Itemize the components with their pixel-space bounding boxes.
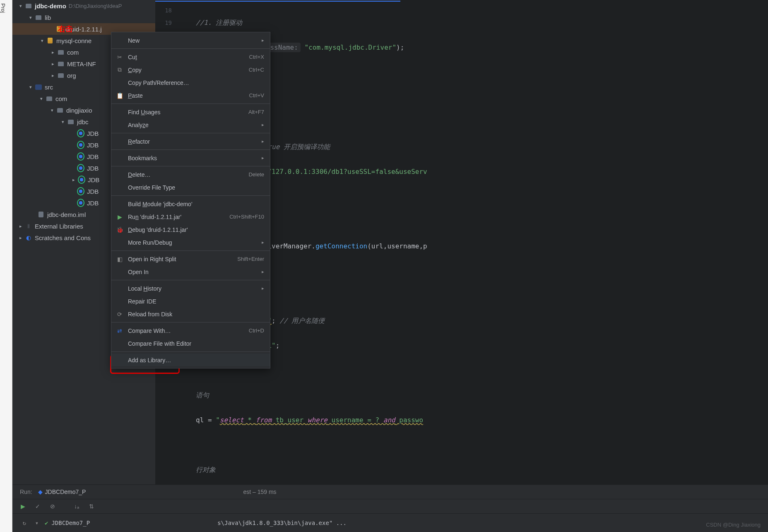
chevron-down-icon[interactable]: ▾ bbox=[49, 107, 55, 113]
library-icon bbox=[25, 222, 32, 230]
menu-cut[interactable]: ✂CutCtrl+X bbox=[111, 51, 270, 63]
chevron-down-icon[interactable]: ▾ bbox=[27, 14, 34, 21]
chevron-right-icon[interactable]: ▸ bbox=[50, 60, 56, 67]
tree-label: Scratches and Cons bbox=[35, 234, 91, 241]
chevron-right-icon: ▸ bbox=[262, 38, 264, 43]
chevron-down-icon[interactable]: ▾ bbox=[17, 2, 24, 9]
menu-open-split[interactable]: ◧Open in Right SplitShift+Enter bbox=[111, 253, 270, 265]
menu-label: Refactor bbox=[128, 138, 262, 145]
code-token: ; bbox=[276, 342, 280, 349]
folder-icon bbox=[57, 72, 65, 79]
tree-label: External Libraries bbox=[35, 223, 83, 230]
menu-override[interactable]: Override File Type bbox=[111, 181, 270, 194]
chevron-down-icon[interactable]: ▾ bbox=[32, 518, 41, 527]
menu-refactor[interactable]: Refactor▸ bbox=[111, 135, 270, 148]
menu-label: Open In bbox=[128, 269, 262, 275]
class-icon bbox=[77, 199, 84, 207]
context-menu: New▸ ✂CutCtrl+X ⧉CopyCtrl+C Copy Path/Re… bbox=[111, 32, 270, 368]
tree-label: src bbox=[45, 84, 53, 91]
chevron-down-icon[interactable]: ▾ bbox=[39, 37, 46, 44]
menu-new[interactable]: New▸ bbox=[111, 34, 270, 47]
menu-separator bbox=[111, 104, 270, 104]
menu-separator bbox=[111, 133, 270, 133]
watermark: CSDN @Ding Jiaxiong bbox=[706, 522, 761, 528]
menu-local-history[interactable]: Local History▸ bbox=[111, 282, 270, 295]
code-token: getConnection bbox=[315, 242, 367, 250]
menu-repair[interactable]: Repair IDE bbox=[111, 295, 270, 308]
menu-find-usages[interactable]: Find UsagesAlt+F7 bbox=[111, 106, 270, 118]
run-tab[interactable]: ◆ JDBCDemo7_P bbox=[38, 489, 86, 495]
menu-paste[interactable]: 📋PasteCtrl+V bbox=[111, 89, 270, 102]
tree-label: com bbox=[67, 49, 79, 56]
project-tool-tab[interactable]: Proj bbox=[0, 0, 12, 532]
menu-shortcut: Ctrl+V bbox=[249, 92, 264, 99]
tree-label: jdbc-demo.iml bbox=[47, 211, 86, 218]
run-icon[interactable]: ▶ bbox=[18, 502, 27, 511]
menu-label: Paste bbox=[128, 92, 249, 99]
menu-copy-path[interactable]: Copy Path/Reference… bbox=[111, 76, 270, 89]
tree-root[interactable]: ▾ jdbc-demo D:\DingJiaxiong\IdeaP bbox=[12, 0, 155, 12]
tree-lib[interactable]: ▾ lib bbox=[12, 12, 155, 23]
menu-analyze[interactable]: Analyze▸ bbox=[111, 118, 270, 131]
line-number: 19 bbox=[155, 17, 172, 29]
code-token: 行对象 bbox=[196, 466, 216, 474]
menu-label: Repair IDE bbox=[128, 298, 264, 305]
chevron-right-icon[interactable]: ▸ bbox=[50, 49, 56, 55]
sort-icon[interactable]: ↓ₐ bbox=[72, 502, 81, 511]
chevron-right-icon[interactable]: ▸ bbox=[70, 176, 77, 183]
chevron-right-icon[interactable]: ▸ bbox=[17, 234, 24, 241]
code-token: 语句 bbox=[196, 391, 209, 399]
menu-label: Local History bbox=[128, 285, 262, 292]
menu-delete[interactable]: Delete…Delete bbox=[111, 168, 270, 181]
menu-debug[interactable]: 🐞Debug 'druid-1.2.11.jar' bbox=[111, 223, 270, 236]
run-test-info: est – 159 ms bbox=[243, 489, 276, 495]
jar-icon bbox=[55, 25, 63, 33]
package-icon bbox=[67, 118, 75, 125]
check-icon[interactable]: ✓ bbox=[33, 502, 42, 511]
rerun-icon[interactable]: ↻ bbox=[20, 518, 29, 527]
menu-label: New bbox=[128, 37, 262, 44]
menu-run[interactable]: ▶Run 'druid-1.2.11.jar'Ctrl+Shift+F10 bbox=[111, 210, 270, 223]
folder-icon bbox=[57, 48, 65, 56]
menu-separator bbox=[111, 166, 270, 166]
chevron-down-icon[interactable]: ▾ bbox=[27, 84, 34, 90]
menu-label: Open in Right Split bbox=[128, 256, 237, 262]
code-token: "com.mysql.jdbc.Driver" bbox=[301, 43, 396, 51]
tree-label: JDB bbox=[87, 153, 99, 160]
run-label: Run: bbox=[20, 489, 32, 495]
menu-label: Compare File with Editor bbox=[128, 340, 264, 347]
filter-icon[interactable]: ⇅ bbox=[87, 502, 96, 511]
menu-build[interactable]: Build Module 'jdbc-demo' bbox=[111, 197, 270, 210]
split-icon: ◧ bbox=[116, 255, 124, 263]
chevron-down-icon[interactable]: ▾ bbox=[38, 95, 45, 102]
code-token: and bbox=[383, 416, 395, 424]
menu-reload[interactable]: ⟳Reload from Disk bbox=[111, 308, 270, 320]
menu-more-run[interactable]: More Run/Debug▸ bbox=[111, 236, 270, 249]
disable-icon[interactable]: ⊘ bbox=[48, 502, 57, 511]
menu-bookmarks[interactable]: Bookmarks▸ bbox=[111, 152, 270, 164]
menu-compare-editor[interactable]: Compare File with Editor bbox=[111, 337, 270, 350]
menu-label: Debug 'druid-1.2.11.jar' bbox=[128, 226, 264, 233]
menu-separator bbox=[111, 322, 270, 323]
chevron-right-icon[interactable]: ▸ bbox=[17, 223, 24, 229]
code-token: username = ? bbox=[327, 416, 383, 424]
run-output: s\Java\jdk1.8.0_333\bin\java.exe" ... bbox=[217, 520, 347, 526]
class-icon bbox=[78, 176, 85, 183]
menu-compare[interactable]: ⇄Compare With…Ctrl+D bbox=[111, 324, 270, 337]
tree-label: jdbc bbox=[77, 118, 89, 125]
menu-shortcut: Ctrl+Shift+F10 bbox=[229, 214, 264, 220]
chevron-down-icon[interactable]: ▾ bbox=[60, 118, 66, 125]
class-icon bbox=[77, 164, 84, 172]
package-icon bbox=[46, 95, 53, 102]
menu-open-in[interactable]: Open In▸ bbox=[111, 265, 270, 278]
menu-label: Cut bbox=[128, 54, 249, 60]
chevron-right-icon[interactable]: ▸ bbox=[50, 72, 56, 79]
project-icon bbox=[25, 2, 32, 10]
class-icon bbox=[77, 130, 84, 137]
menu-separator bbox=[111, 351, 270, 352]
tree-label: JDB bbox=[87, 165, 99, 172]
menu-label: Bookmarks bbox=[128, 155, 262, 161]
menu-add-library[interactable]: Add as Library… bbox=[111, 354, 270, 366]
chevron-right-icon: ▸ bbox=[262, 139, 264, 144]
menu-copy[interactable]: ⧉CopyCtrl+C bbox=[111, 63, 270, 76]
